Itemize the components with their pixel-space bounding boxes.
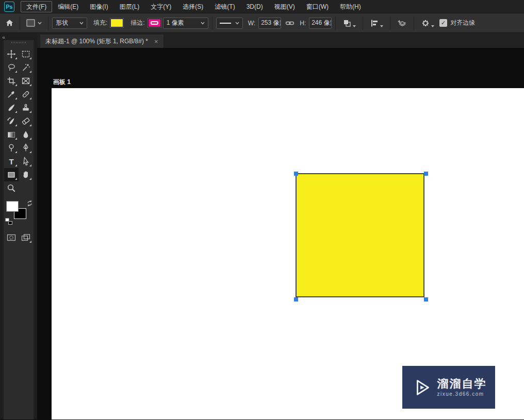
transform-handle-top-right[interactable]: [424, 172, 428, 176]
link-dimensions-button[interactable]: [283, 19, 297, 28]
droplet-icon: [21, 130, 30, 139]
path-selection-tool-button[interactable]: [19, 155, 33, 168]
document-tab[interactable]: 未标题-1 @ 100% (矩形 1, RGB/8#) * ×: [40, 35, 163, 48]
swap-colors-button[interactable]: [26, 200, 33, 207]
watermark-text: 溜溜自学 zixue.3d66.com: [437, 378, 487, 397]
document-tab-bar: 未标题-1 @ 100% (矩形 1, RGB/8#) * ×: [37, 33, 524, 48]
shape-height-input[interactable]: 246 像素: [309, 18, 332, 29]
magic-wand-tool-button[interactable]: [19, 61, 33, 74]
menu-item-layer[interactable]: 图层(L): [114, 1, 145, 12]
arrange-layers-icon: [397, 19, 407, 28]
collapse-panel-button[interactable]: «: [2, 34, 5, 40]
transform-handle-bottom-right[interactable]: [424, 297, 428, 301]
chevron-down-icon: [235, 22, 239, 25]
chevron-down-icon: [79, 22, 84, 25]
frame-icon: [21, 76, 30, 86]
stroke-width-dropdown[interactable]: 1 像素: [163, 18, 208, 29]
menu-item-window[interactable]: 窗口(W): [301, 1, 334, 12]
shape-rectangle[interactable]: [296, 173, 424, 297]
tool-mode-dropdown[interactable]: 形状: [52, 18, 87, 29]
close-icon[interactable]: ×: [154, 38, 158, 45]
quick-mask-button[interactable]: [4, 231, 19, 244]
magic-wand-icon: [21, 63, 30, 72]
stroke-width-value: 1 像素: [167, 19, 184, 27]
separator: [212, 16, 212, 30]
gear-icon: [421, 19, 430, 28]
stamp-icon: [21, 103, 30, 112]
checkmark-icon: ✓: [441, 20, 446, 26]
crop-tool-button[interactable]: [4, 74, 19, 88]
blur-tool-button[interactable]: [19, 128, 33, 141]
default-colors-button[interactable]: [5, 218, 12, 225]
spot-healing-brush-tool-button[interactable]: [19, 88, 33, 101]
pen-tool-button[interactable]: [19, 141, 33, 155]
rectangle-preset-icon: [26, 19, 35, 27]
tool-preset-dropdown[interactable]: [24, 18, 44, 28]
menu-item-filter[interactable]: 滤镜(T): [209, 1, 240, 12]
menu-item-3d[interactable]: 3D(D): [241, 1, 269, 12]
chevron-down-icon: [201, 22, 205, 25]
screen-mode-button[interactable]: [19, 231, 33, 244]
stroke-label: 描边:: [130, 19, 144, 27]
document-area: 未标题-1 @ 100% (矩形 1, RGB/8#) * × 画板 1: [37, 33, 524, 419]
stroke-type-dropdown[interactable]: [216, 18, 243, 29]
rectangular-marquee-tool-button[interactable]: [19, 47, 33, 61]
lasso-tool-button[interactable]: [4, 61, 19, 74]
color-swatches: [4, 200, 33, 226]
fill-swatch-button[interactable]: [110, 19, 123, 27]
tools-grid: T: [4, 44, 34, 195]
brush-tool-button[interactable]: [4, 101, 19, 114]
bandage-icon: [21, 90, 30, 99]
separator: [20, 16, 20, 30]
menu-item-image[interactable]: 图像(I): [84, 1, 113, 12]
shape-width-input[interactable]: 253 像素: [258, 18, 281, 29]
stroke-swatch-button[interactable]: [148, 19, 161, 27]
path-alignment-button[interactable]: [367, 19, 386, 28]
rectangle-tool-button[interactable]: [4, 168, 19, 181]
tools-panel: T: [4, 40, 34, 419]
width-label: W:: [248, 20, 255, 27]
shape-settings-button[interactable]: [418, 19, 437, 28]
eyedropper-icon: [7, 90, 16, 99]
gradient-tool-button[interactable]: [4, 128, 19, 141]
dodge-tool-button[interactable]: [4, 141, 19, 155]
menu-item-help[interactable]: 帮助(H): [334, 1, 367, 12]
default-foreground-icon: [5, 218, 9, 222]
artboard-label[interactable]: 画板 1: [53, 78, 71, 87]
screen-mode-icon: [21, 233, 31, 242]
align-edges-checkbox[interactable]: ✓: [439, 19, 447, 27]
path-arrangement-button[interactable]: [394, 19, 410, 28]
home-button[interactable]: [3, 19, 16, 27]
align-edges-label: 对齐边缘: [450, 19, 475, 27]
frame-tool-button[interactable]: [19, 74, 33, 88]
history-brush-tool-button[interactable]: [4, 114, 19, 128]
canvas-pasteboard[interactable]: 画板 1 溜溜自学 zixue.3d66.com: [37, 48, 524, 419]
clone-stamp-tool-button[interactable]: [19, 101, 33, 114]
menu-item-type[interactable]: 文字(Y): [145, 1, 177, 12]
zoom-tool-button[interactable]: [4, 181, 19, 195]
fill-label: 填充:: [93, 19, 107, 27]
hand-icon: [21, 170, 30, 179]
chain-link-icon: [285, 19, 294, 28]
menu-item-view[interactable]: 视图(V): [269, 1, 301, 12]
panel-grip[interactable]: [4, 40, 34, 44]
menu-item-file[interactable]: 文件(F): [21, 1, 52, 12]
move-tool-button[interactable]: [4, 47, 19, 61]
type-tool-button[interactable]: T: [4, 155, 19, 168]
eraser-tool-button[interactable]: [19, 114, 33, 128]
transform-handle-bottom-left[interactable]: [294, 297, 298, 301]
eyedropper-tool-button[interactable]: [4, 88, 19, 101]
separator: [414, 16, 414, 30]
watermark-play-logo-icon: [411, 377, 433, 398]
workspace: «: [0, 33, 524, 419]
menu-item-edit[interactable]: 编辑(E): [52, 1, 84, 12]
transform-handle-top-left[interactable]: [294, 172, 298, 176]
foreground-color-swatch[interactable]: [6, 201, 19, 212]
menu-item-select[interactable]: 选择(S): [177, 1, 209, 12]
hand-tool-button[interactable]: [19, 168, 33, 181]
photoshop-logo: Ps: [4, 2, 14, 12]
home-icon: [5, 19, 14, 27]
watermark: 溜溜自学 zixue.3d66.com: [402, 366, 495, 409]
move-icon: [7, 49, 16, 59]
path-operations-button[interactable]: [339, 19, 359, 28]
